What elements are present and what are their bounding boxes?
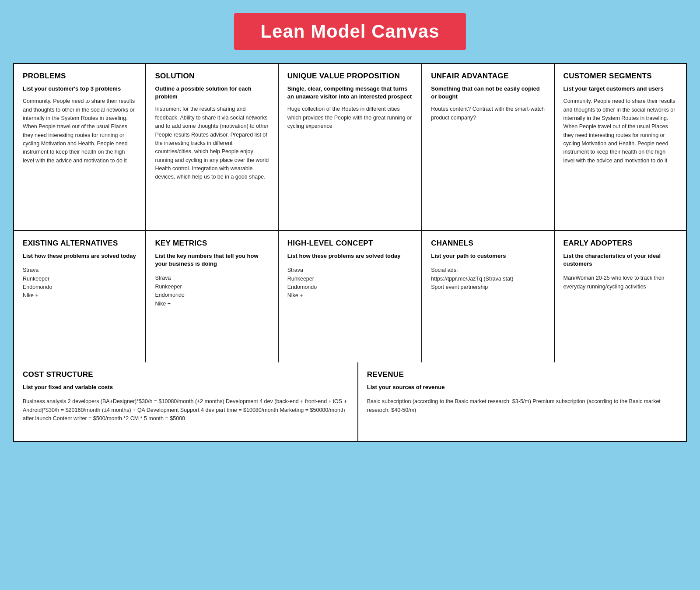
customer-body: Community. People need to share their re…: [564, 97, 677, 165]
solution-title: SOLUTION: [155, 72, 269, 81]
revenue-subtitle: List your sources of revenue: [367, 383, 677, 391]
problems-title: PROBLEMS: [23, 72, 136, 81]
uvp-title: UNIQUE VALUE PROPOSITION: [287, 72, 413, 81]
cost-subtitle: List your fixed and variable costs: [23, 383, 349, 391]
unfair-title: UNFAIR ADVANTAGE: [431, 72, 545, 81]
early-subtitle: List the characteristics of your ideal c…: [564, 252, 677, 268]
metrics-body: StravaRunkeeperEndomondoNike +: [155, 274, 269, 308]
solution-cell: SOLUTION Outline a possible solution for…: [146, 64, 278, 230]
early-cell: EARLY ADOPTERS List the characteristics …: [555, 231, 686, 362]
uvp-cell: UNIQUE VALUE PROPOSITION Single, clear, …: [279, 64, 422, 230]
customer-title: CUSTOMER SEGMENTS: [564, 72, 677, 81]
highlevel-subtitle: List how these problems are solved today: [287, 252, 413, 260]
existing-title: EXISTING ALTERNATIVES: [23, 239, 136, 248]
top-row: PROBLEMS List your customer's top 3 prob…: [14, 64, 686, 231]
unfair-body: Routes content? Contract with the smart-…: [431, 105, 545, 122]
uvp-body: Huge collection of the Routes in differe…: [287, 105, 413, 130]
title-box: Lean Model Canvas: [234, 13, 466, 50]
highlevel-cell: HIGH-LEVEL CONCEPT List how these proble…: [279, 231, 422, 362]
revenue-body: Basic subscription (according to the Bas…: [367, 397, 677, 414]
page-title: Lean Model Canvas: [260, 21, 439, 42]
metrics-title: KEY METRICS: [155, 239, 269, 248]
channels-subtitle: List your path to customers: [431, 252, 545, 260]
canvas: PROBLEMS List your customer's top 3 prob…: [13, 63, 687, 442]
existing-body: StravaRunkeeperEndomondoNike +: [23, 266, 136, 300]
highlevel-body: StravaRunkeeperEndomondoNike +: [287, 266, 413, 300]
highlevel-title: HIGH-LEVEL CONCEPT: [287, 239, 413, 248]
channels-cell: CHANNELS List your path to customers Soc…: [422, 231, 554, 362]
existing-cell: EXISTING ALTERNATIVES List how these pro…: [14, 231, 146, 362]
problems-body: Community. People need to share their re…: [23, 97, 136, 165]
metrics-cell: KEY METRICS List the key numbers that te…: [146, 231, 278, 362]
channels-body: Social ads:https://tppr.me/JazTq (Strava…: [431, 266, 545, 291]
problems-subtitle: List your customer's top 3 problems: [23, 85, 136, 93]
metrics-subtitle: List the key numbers that tell you how y…: [155, 252, 269, 268]
footer-row: COST STRUCTURE List your fixed and varia…: [14, 362, 686, 441]
customer-cell: CUSTOMER SEGMENTS List your target custo…: [555, 64, 686, 230]
unfair-subtitle: Something that can not be easily copied …: [431, 85, 545, 101]
solution-subtitle: Outline a possible solution for each pro…: [155, 85, 269, 101]
revenue-cell: REVENUE List your sources of revenue Bas…: [358, 362, 686, 441]
early-title: EARLY ADOPTERS: [564, 239, 677, 248]
problems-cell: PROBLEMS List your customer's top 3 prob…: [14, 64, 146, 230]
revenue-title: REVENUE: [367, 370, 677, 379]
unfair-cell: UNFAIR ADVANTAGE Something that can not …: [422, 64, 554, 230]
bottom-row: EXISTING ALTERNATIVES List how these pro…: [14, 231, 686, 362]
cost-cell: COST STRUCTURE List your fixed and varia…: [14, 362, 358, 441]
existing-subtitle: List how these problems are solved today: [23, 252, 136, 260]
early-body: Man/Woman 20-25 who love to track their …: [564, 274, 677, 291]
uvp-subtitle: Single, clear, compelling message that t…: [287, 85, 413, 101]
title-container: Lean Model Canvas: [13, 13, 687, 50]
solution-body: Instrument for the results sharing and f…: [155, 105, 269, 181]
cost-title: COST STRUCTURE: [23, 370, 349, 379]
channels-title: CHANNELS: [431, 239, 545, 248]
cost-body: Business analysis 2 developers (BA+Desig…: [23, 397, 349, 423]
customer-subtitle: List your target customers and users: [564, 85, 677, 93]
